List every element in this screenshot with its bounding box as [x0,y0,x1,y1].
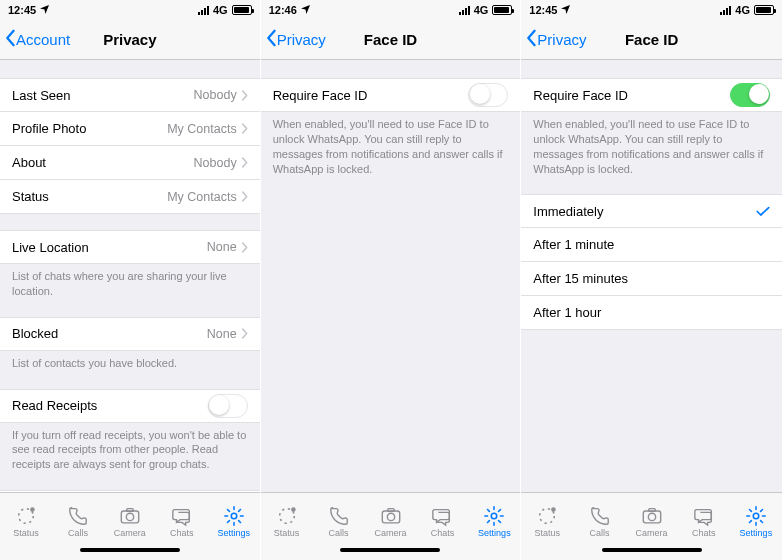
tab-label: Camera [636,528,668,538]
network-label: 4G [735,4,750,16]
tab-status[interactable]: Status [261,493,313,546]
content-area: Require Face ID When enabled, you'll nee… [521,60,782,492]
row-value: My Contacts [167,122,236,136]
chats-icon [170,505,194,527]
tab-chats[interactable]: Chats [156,493,208,546]
tab-camera[interactable]: Camera [365,493,417,546]
tab-settings[interactable]: Settings [730,493,782,546]
status-icon [14,505,38,527]
calls-icon [66,505,90,527]
toggle-switch[interactable] [468,83,508,107]
tab-camera[interactable]: Camera [104,493,156,546]
home-indicator[interactable] [0,546,260,560]
tab-status[interactable]: Status [521,493,573,546]
tab-calls[interactable]: Calls [313,493,365,546]
tab-settings[interactable]: Settings [208,493,260,546]
svg-point-15 [648,513,655,520]
tab-status[interactable]: Status [0,493,52,546]
row-label: After 1 hour [533,305,770,320]
tab-label: Chats [170,528,194,538]
location-icon [40,4,49,16]
tab-label: Settings [740,528,773,538]
camera-icon [379,505,403,527]
table-row[interactable]: Read Receipts [0,389,260,423]
settings-group: Require Face ID [521,78,782,112]
tab-chats[interactable]: Chats [416,493,468,546]
row-label: Immediately [533,204,756,219]
group-footer: List of contacts you have blocked. [0,351,260,373]
svg-point-11 [492,513,498,519]
row-value: None [207,327,237,341]
settings-icon [222,505,246,527]
network-label: 4G [474,4,489,16]
tab-label: Calls [329,528,349,538]
table-row[interactable]: Require Face ID [261,78,521,112]
chevron-right-icon [241,328,248,339]
table-row[interactable]: Immediately [521,194,782,228]
tab-label: Chats [692,528,716,538]
status-icon [535,505,559,527]
table-row[interactable]: After 15 minutes [521,262,782,296]
settings-group: Live LocationNone [0,230,260,264]
home-indicator[interactable] [521,546,782,560]
back-label: Privacy [277,31,326,48]
chevron-left-icon [525,29,537,50]
row-value: Nobody [194,156,237,170]
battery-icon [232,5,252,15]
content-area: Require Face ID When enabled, you'll nee… [261,60,521,492]
tab-camera[interactable]: Camera [626,493,678,546]
back-button[interactable]: Privacy [525,29,586,50]
table-row[interactable]: Screen Lock [0,490,260,492]
toggle-switch[interactable] [208,394,248,418]
battery-icon [754,5,774,15]
tab-label: Status [535,528,561,538]
table-row[interactable]: After 1 hour [521,296,782,330]
status-bar: 12:46 4G [261,0,521,20]
settings-group: Last SeenNobody Profile PhotoMy Contacts… [0,78,260,214]
chevron-left-icon [4,29,16,50]
tab-bar: Status Calls Camera Chats Settings [521,492,782,546]
table-row[interactable]: AboutNobody [0,146,260,180]
row-label: Status [12,189,167,204]
status-icon [275,505,299,527]
back-button[interactable]: Privacy [265,29,326,50]
phone-screen: 12:46 4G Privacy Face ID Require Face ID… [261,0,522,560]
signal-icon [459,6,470,15]
tab-settings[interactable]: Settings [468,493,520,546]
camera-icon [118,505,142,527]
row-label: After 1 minute [533,237,770,252]
tab-chats[interactable]: Chats [678,493,730,546]
table-row[interactable]: Live LocationNone [0,230,260,264]
table-row[interactable]: Profile PhotoMy Contacts [0,112,260,146]
row-label: Last Seen [12,88,194,103]
table-row[interactable]: StatusMy Contacts [0,180,260,214]
chevron-left-icon [265,29,277,50]
table-row[interactable]: BlockedNone [0,317,260,351]
chevron-right-icon [241,90,248,101]
tab-label: Settings [217,528,250,538]
settings-icon [744,505,768,527]
tab-calls[interactable]: Calls [573,493,625,546]
table-row[interactable]: Last SeenNobody [0,78,260,112]
svg-point-5 [231,513,237,519]
back-label: Privacy [537,31,586,48]
phone-screen: 12:45 4G Privacy Face ID Require Face ID… [521,0,782,560]
tab-bar: Status Calls Camera Chats Settings [261,492,521,546]
table-row[interactable]: After 1 minute [521,228,782,262]
calls-icon [588,505,612,527]
tab-label: Calls [589,528,609,538]
status-time: 12:45 [8,4,36,16]
toggle-switch[interactable] [730,83,770,107]
home-indicator[interactable] [261,546,521,560]
table-row[interactable]: Require Face ID [521,78,782,112]
tab-calls[interactable]: Calls [52,493,104,546]
settings-group: Read Receipts [0,389,260,423]
tab-bar: Status Calls Camera Chats Settings [0,492,260,546]
back-button[interactable]: Account [4,29,70,50]
svg-rect-10 [387,509,393,512]
settings-group: BlockedNone [0,317,260,351]
row-label: Require Face ID [533,88,730,103]
signal-icon [720,6,731,15]
status-bar: 12:45 4G [521,0,782,20]
row-label: Profile Photo [12,121,167,136]
